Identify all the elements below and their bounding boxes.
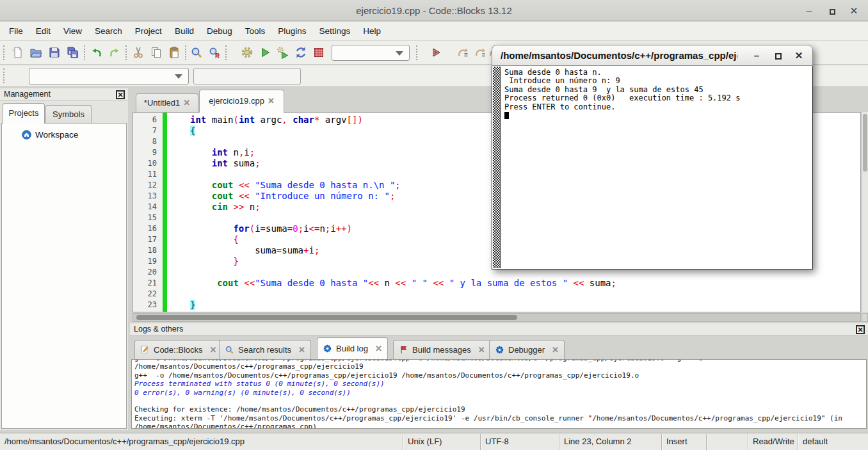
maximize-icon bbox=[830, 9, 835, 15]
tab-search-results-label: Search results bbox=[238, 345, 291, 355]
tab-build-messages[interactable]: Build messages✕ bbox=[393, 340, 491, 359]
xterm-body[interactable]: Suma desde 0 hasta n. Introduce un númer… bbox=[492, 66, 813, 269]
close-icon[interactable]: ✕ bbox=[478, 345, 485, 355]
menu-item-tools[interactable]: Tools bbox=[239, 22, 272, 41]
status-file-path: /home/msantos/Documentos/c++/programas_c… bbox=[0, 434, 403, 450]
management-close-button[interactable]: ✕ bbox=[116, 90, 125, 99]
build-and-run-icon bbox=[277, 46, 289, 59]
xterm-close-button[interactable]: ✕ bbox=[789, 45, 808, 66]
menu-item-edit[interactable]: Edit bbox=[29, 22, 57, 41]
cut-button[interactable] bbox=[130, 44, 147, 61]
debug-continue-button[interactable] bbox=[428, 44, 444, 61]
tab-projects[interactable]: Projects bbox=[3, 103, 45, 124]
status-insert-mode: Insert bbox=[661, 434, 706, 450]
next-line-icon bbox=[474, 46, 487, 59]
close-icon[interactable]: ✕ bbox=[552, 345, 559, 355]
menu-item-settings[interactable]: Settings bbox=[313, 22, 357, 41]
window-maximize-button[interactable] bbox=[823, 0, 841, 21]
menu-item-search[interactable]: Search bbox=[88, 22, 129, 41]
tab-build-messages-label: Build messages bbox=[412, 345, 471, 355]
run-button[interactable] bbox=[257, 44, 273, 61]
search-icon bbox=[225, 345, 234, 355]
close-icon[interactable]: ✕ bbox=[375, 344, 382, 353]
open-file-button[interactable] bbox=[28, 44, 44, 61]
search-icon bbox=[190, 46, 203, 59]
scope-select[interactable] bbox=[29, 68, 189, 84]
run-to-cursor-icon bbox=[456, 46, 469, 59]
save-button[interactable] bbox=[46, 44, 63, 61]
menu-item-project[interactable]: Project bbox=[129, 22, 168, 41]
copy-button[interactable] bbox=[148, 44, 165, 61]
undo-icon bbox=[90, 46, 103, 59]
xterm-window[interactable]: /home/msantos/Documentos/c++/programas_c… bbox=[492, 45, 813, 269]
xterm-titlebar[interactable]: /home/msantos/Documentos/c++/programas_c… bbox=[492, 45, 813, 66]
logs-close-button[interactable]: ✕ bbox=[856, 325, 865, 334]
menu-item-plugins[interactable]: Plugins bbox=[271, 22, 312, 41]
menu-item-view[interactable]: View bbox=[57, 22, 88, 41]
build-gear-icon bbox=[241, 46, 253, 59]
undo-button[interactable] bbox=[88, 44, 105, 61]
xterm-scrollbar[interactable] bbox=[493, 67, 501, 268]
window-minimize-button[interactable]: – bbox=[800, 0, 818, 21]
codeblocks-window: ejercicio19.cpp - Code::Blocks 13.12 – ✕… bbox=[0, 0, 868, 450]
save-icon bbox=[48, 46, 61, 59]
management-tabs: Projects Symbols bbox=[0, 102, 128, 123]
tab-debugger[interactable]: Debugger✕ bbox=[489, 340, 565, 359]
xterm-minimize-button[interactable]: – bbox=[747, 45, 766, 66]
menu-item-debug[interactable]: Debug bbox=[200, 22, 239, 41]
close-icon[interactable]: ✕ bbox=[210, 345, 217, 355]
toolbar-grip[interactable] bbox=[3, 68, 6, 83]
build-log-content[interactable]: g++ -c /home/msantos/Documentos/c++/prog… bbox=[131, 359, 867, 429]
build-target-select[interactable] bbox=[332, 45, 410, 61]
toolbar-grip[interactable] bbox=[3, 45, 6, 60]
tab-untitled1-label: *Untitled1 bbox=[144, 98, 180, 108]
tab-projects-label: Projects bbox=[9, 108, 39, 118]
close-icon[interactable]: ✕ bbox=[268, 96, 275, 106]
paste-icon bbox=[168, 46, 181, 59]
svg-text:R: R bbox=[215, 52, 220, 59]
scrollbar-corner bbox=[862, 313, 868, 322]
save-all-button[interactable] bbox=[65, 44, 81, 61]
open-folder-icon bbox=[29, 46, 42, 59]
find-button[interactable] bbox=[188, 44, 205, 61]
xterm-maximize-button[interactable] bbox=[769, 45, 788, 66]
replace-button[interactable]: R bbox=[206, 44, 223, 61]
toolbar-grip[interactable] bbox=[416, 45, 419, 60]
toolbar-grip[interactable] bbox=[225, 45, 228, 60]
tab-symbols[interactable]: Symbols bbox=[45, 105, 92, 124]
logs-panel: Logs & others ✕ Code::Blocks✕ Search res… bbox=[130, 323, 868, 430]
workspace-icon bbox=[21, 129, 32, 140]
new-file-button[interactable] bbox=[9, 44, 26, 61]
tab-search-results[interactable]: Search results✕ bbox=[219, 340, 311, 359]
status-bar: /home/msantos/Documentos/c++/programas_c… bbox=[0, 433, 868, 450]
run-icon bbox=[259, 46, 271, 59]
tab-build-log[interactable]: Build log✕ bbox=[317, 337, 388, 359]
close-icon[interactable]: ✕ bbox=[183, 98, 190, 108]
scrollbar-thumb[interactable] bbox=[136, 315, 517, 320]
window-titlebar[interactable]: ejercicio19.cpp - Code::Blocks 13.12 – ✕ bbox=[0, 0, 868, 21]
editor-horizontal-scrollbar[interactable] bbox=[133, 313, 861, 322]
abort-build-button[interactable] bbox=[310, 44, 327, 61]
menu-item-help[interactable]: Help bbox=[357, 22, 387, 41]
workspace-tree-item[interactable]: Workspace bbox=[2, 124, 126, 140]
function-select[interactable] bbox=[193, 68, 301, 84]
workspace-label: Workspace bbox=[35, 130, 78, 140]
build-and-run-button[interactable] bbox=[275, 44, 291, 61]
scrollbar-thumb[interactable] bbox=[863, 114, 867, 172]
editor-vertical-scrollbar[interactable] bbox=[862, 112, 868, 312]
window-close-button[interactable]: ✕ bbox=[845, 0, 863, 21]
tab-ejercicio19[interactable]: ejercicio19.cpp✕ bbox=[199, 90, 284, 113]
rebuild-button[interactable] bbox=[293, 44, 309, 61]
tab-untitled1[interactable]: *Untitled1✕ bbox=[136, 93, 198, 113]
run-to-cursor-button[interactable] bbox=[454, 44, 471, 61]
paste-button[interactable] bbox=[166, 44, 182, 61]
status-line-endings: Unix (LF) bbox=[403, 434, 480, 450]
maximize-icon bbox=[775, 53, 782, 60]
build-button[interactable] bbox=[239, 44, 255, 61]
tab-codeblocks-log[interactable]: Code::Blocks✕ bbox=[134, 340, 223, 359]
xterm-output: Suma desde 0 hasta n. Introduce un númer… bbox=[504, 68, 810, 119]
menu-item-build[interactable]: Build bbox=[168, 22, 200, 41]
menu-item-file[interactable]: File bbox=[3, 22, 29, 41]
close-icon[interactable]: ✕ bbox=[298, 345, 305, 355]
redo-button[interactable] bbox=[106, 44, 123, 61]
